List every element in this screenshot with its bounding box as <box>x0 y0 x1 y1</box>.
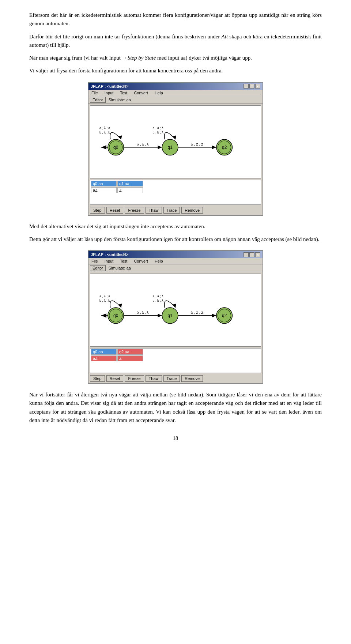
svg-text:q1: q1 <box>168 144 173 150</box>
close-button-1[interactable]: × <box>255 84 260 88</box>
svg-marker-19 <box>172 135 176 139</box>
thaw-button-1[interactable]: Thaw <box>146 207 162 214</box>
paragraph-2: Därför blir det lite rörigt om man inte … <box>29 33 322 50</box>
jflap-canvas-1: q0 q1 q2 λ , λ ; λ λ , Z ; Z a , λ ; a b <box>90 105 261 178</box>
reset-button-1[interactable]: Reset <box>106 207 124 214</box>
jflap-window-controls-2: _ □ × <box>244 252 260 257</box>
svg-text:b , λ ; b: b , λ ; b <box>99 131 110 134</box>
table-cell-q1-1: q1 aa <box>117 181 143 187</box>
simulate-label-1: Simulate: aa <box>109 98 131 102</box>
svg-text:b , λ ; b: b , λ ; b <box>99 299 110 302</box>
table-cell-z-2: Z <box>117 355 143 361</box>
editor-button-2[interactable]: Editor <box>90 265 106 271</box>
jflap-bottom-buttons-1: Step Reset Freeze Thaw Trace Remove <box>88 206 263 215</box>
svg-text:q1: q1 <box>168 313 173 318</box>
page-content-bottom: När vi fortsätter får vi återigen två ny… <box>29 391 322 425</box>
svg-marker-33 <box>158 314 162 317</box>
svg-marker-11 <box>158 145 162 149</box>
svg-text:λ , λ ; λ: λ , λ ; λ <box>137 310 148 315</box>
menu-help-2[interactable]: Help <box>153 259 165 264</box>
maximize-button-2[interactable]: □ <box>249 252 254 257</box>
svg-text:λ , Z ; Z: λ , Z ; Z <box>191 310 203 315</box>
svg-text:b , b ; λ: b , b ; λ <box>153 131 164 134</box>
jflap-window-controls-1: _ □ × <box>244 84 260 88</box>
menu-help-1[interactable]: Help <box>153 90 165 95</box>
step-button-2[interactable]: Step <box>90 375 105 382</box>
svg-marker-36 <box>212 314 216 317</box>
jflap-title-1: JFLAP : <untitled4> <box>91 84 128 88</box>
paragraph-7: När vi fortsätter får vi återigen två ny… <box>29 391 322 425</box>
paragraph-6: Detta gör att vi väljer att låsa upp den… <box>29 235 322 244</box>
menu-file-1[interactable]: File <box>90 90 99 95</box>
jflap-titlebar-2: JFLAP : <untitled4> _ □ × <box>88 251 263 258</box>
menu-test-2[interactable]: Test <box>118 259 129 264</box>
svg-text:q0: q0 <box>113 313 118 318</box>
svg-text:b , b ; λ: b , b ; λ <box>153 299 164 302</box>
paragraph-3: När man stegar sig fram (vi har valt Inp… <box>29 54 322 62</box>
svg-marker-38 <box>118 304 122 308</box>
menu-convert-1[interactable]: Convert <box>132 90 150 95</box>
paragraph-1: Eftersom det här är en ickedeterministis… <box>29 11 322 28</box>
svg-text:a , a ; λ: a , a ; λ <box>153 126 164 130</box>
freeze-button-1[interactable]: Freeze <box>125 207 144 214</box>
menu-input-1[interactable]: Input <box>103 90 115 95</box>
paragraph-5: Med det alternativet visar det sig att i… <box>29 222 322 231</box>
step-button-1[interactable]: Step <box>90 207 105 214</box>
table-cell-q0-2: q0 aa <box>91 349 117 355</box>
trace-button-1[interactable]: Trace <box>163 207 180 214</box>
menu-test-1[interactable]: Test <box>118 90 129 95</box>
jflap-window-1: JFLAP : <untitled4> _ □ × File Input Tes… <box>88 82 263 216</box>
jflap-toolbar-1: Editor Simulate: aa <box>88 96 263 104</box>
menu-file-2[interactable]: File <box>90 259 99 264</box>
editor-button-1[interactable]: Editor <box>90 97 106 103</box>
jflap-title-2: JFLAP : <untitled4> <box>91 252 128 257</box>
table-row-1-2: aZ Z <box>90 187 261 193</box>
simulate-label-2: Simulate: aa <box>109 266 131 270</box>
reset-button-2[interactable]: Reset <box>106 375 124 382</box>
svg-text:λ , Z ; Z: λ , Z ; Z <box>191 142 203 146</box>
remove-button-2[interactable]: Remove <box>181 375 203 382</box>
table-row-1-1: q0 aa q1 aa <box>90 180 261 187</box>
menu-convert-2[interactable]: Convert <box>132 259 150 264</box>
svg-text:a , λ ; a: a , λ ; a <box>99 294 110 298</box>
close-button-2[interactable]: × <box>255 252 260 257</box>
jflap-menubar-2: File Input Test Convert Help <box>88 258 263 264</box>
svg-text:q0: q0 <box>113 144 118 150</box>
svg-text:λ , λ ; λ: λ , λ ; λ <box>137 142 148 146</box>
svg-marker-14 <box>212 145 216 149</box>
automaton-svg-1: q0 q1 q2 λ , λ ; λ λ , Z ; Z a , λ ; a b <box>90 106 261 178</box>
menu-input-2[interactable]: Input <box>103 259 115 264</box>
thaw-button-2[interactable]: Thaw <box>146 375 162 382</box>
svg-text:a , λ ; a: a , λ ; a <box>99 126 110 130</box>
jflap-titlebar-1: JFLAP : <untitled4> _ □ × <box>88 83 263 90</box>
jflap-bottom-buttons-2: Step Reset Freeze Thaw Trace Remove <box>88 374 263 383</box>
automaton-svg-2: q0 q1 q2 λ , λ ; λ λ , Z ; Z a , λ ; a b <box>90 274 261 346</box>
jflap-state-table-2: q0 aa q2 aa aZ Z <box>90 348 261 373</box>
paragraph-4: Vi väljer att frysa den första konfigura… <box>29 67 322 75</box>
minimize-button-2[interactable]: _ <box>244 252 249 257</box>
jflap-toolbar-2: Editor Simulate: aa <box>88 264 263 272</box>
jflap-window-2: JFLAP : <untitled4> _ □ × File Input Tes… <box>88 250 263 384</box>
maximize-button-1[interactable]: □ <box>249 84 254 88</box>
svg-marker-16 <box>118 135 122 139</box>
table-cell-q2-2: q2 aa <box>117 349 143 355</box>
jflap-canvas-2: q0 q1 q2 λ , λ ; λ λ , Z ; Z a , λ ; a b <box>90 274 261 347</box>
table-cell-q0-1: q0 aa <box>91 181 117 187</box>
svg-text:q2: q2 <box>222 313 227 318</box>
svg-text:a , a ; λ: a , a ; λ <box>153 294 164 298</box>
minimize-button-1[interactable]: _ <box>244 84 249 88</box>
page-content: Eftersom det här är en ickedeterministis… <box>29 11 322 75</box>
table-cell-az-1: aZ <box>91 187 117 193</box>
jflap-menubar-1: File Input Test Convert Help <box>88 90 263 96</box>
page-number: 18 <box>29 436 322 441</box>
svg-marker-41 <box>172 304 176 308</box>
page-content-mid: Med det alternativet visar det sig att i… <box>29 222 322 244</box>
svg-text:q2: q2 <box>222 144 227 150</box>
table-cell-az-2: aZ <box>91 355 117 361</box>
trace-button-2[interactable]: Trace <box>163 375 180 382</box>
jflap-state-table-1: q0 aa q1 aa aZ Z <box>90 180 261 205</box>
table-cell-z-1: Z <box>117 187 143 193</box>
remove-button-1[interactable]: Remove <box>181 207 203 214</box>
table-row-2-2: aZ Z <box>90 355 261 362</box>
freeze-button-2[interactable]: Freeze <box>125 375 144 382</box>
